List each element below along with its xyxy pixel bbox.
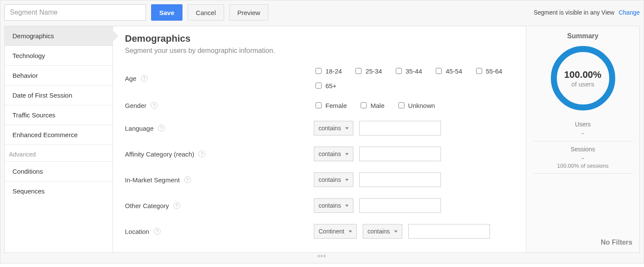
summary-sessions-value: - — [533, 154, 632, 162]
chevron-down-icon — [345, 153, 349, 155]
gender-female-checkbox[interactable]: Female — [314, 101, 347, 110]
segment-sidebar: Demographics Technology Behavior Date of… — [5, 26, 113, 252]
row-other: Other Category ? contains — [125, 198, 514, 213]
summary-users-value: - — [533, 129, 632, 137]
help-icon[interactable]: ? — [198, 150, 205, 157]
summary-ring-chart: 100.00% of users — [551, 46, 615, 110]
language-operator-dropdown[interactable]: contains — [314, 121, 353, 135]
resize-grip-icon[interactable]: ≡≡≡ — [4, 253, 640, 259]
age-25-34-checkbox[interactable]: 25-34 — [354, 67, 382, 75]
segment-toolbar: Save Cancel Preview Segment is visible i… — [4, 4, 640, 21]
row-language: Language ? contains — [125, 121, 514, 135]
chevron-down-icon — [394, 230, 398, 233]
chevron-down-icon — [349, 230, 352, 233]
demographics-panel: Demographics Segment your users by demog… — [113, 26, 526, 252]
inmarket-operator-dropdown[interactable]: contains — [314, 172, 353, 187]
summary-no-filters: No Filters — [533, 239, 632, 246]
affinity-operator-dropdown[interactable]: contains — [314, 147, 353, 161]
row-age: Age ? 18-24 25-34 35-44 45-54 55-64 65+ — [125, 67, 514, 90]
chevron-down-icon — [345, 205, 349, 207]
preview-button[interactable]: Preview — [229, 4, 268, 21]
segment-name-input[interactable] — [4, 4, 146, 21]
help-icon[interactable]: ? — [151, 102, 158, 109]
location-operator-dropdown[interactable]: contains — [363, 224, 402, 239]
gender-unknown-checkbox[interactable]: Unknown — [397, 101, 435, 110]
panel-subtitle: Segment your users by demographic inform… — [125, 47, 514, 55]
sidebar-item-first-session[interactable]: Date of First Session — [5, 86, 112, 105]
help-icon[interactable]: ? — [154, 228, 161, 235]
other-label: Other Category — [125, 202, 169, 209]
age-65plus-checkbox[interactable]: 65+ — [314, 81, 336, 90]
sidebar-item-demographics[interactable]: Demographics — [5, 26, 112, 46]
help-icon[interactable]: ? — [184, 176, 191, 183]
language-label: Language — [125, 125, 154, 132]
panel-title: Demographics — [125, 33, 514, 44]
age-45-54-checkbox[interactable]: 45-54 — [434, 67, 462, 75]
row-gender: Gender ? Female Male Unknown — [125, 101, 514, 110]
age-label: Age — [125, 75, 137, 82]
chevron-down-icon — [345, 179, 349, 181]
cancel-button[interactable]: Cancel — [188, 4, 224, 21]
summary-of-users: of users — [571, 80, 594, 88]
row-location: Location ? Continent contains — [125, 224, 514, 239]
inmarket-label: In-Market Segment — [125, 176, 180, 184]
save-button[interactable]: Save — [151, 4, 182, 21]
help-icon[interactable]: ? — [173, 202, 180, 209]
summary-panel: Summary 100.00% of users Users - Session… — [526, 26, 639, 252]
affinity-label: Affinity Category (reach) — [125, 150, 194, 158]
age-18-24-checkbox[interactable]: 18-24 — [314, 67, 342, 75]
language-value-input[interactable] — [359, 121, 441, 135]
summary-title: Summary — [533, 32, 632, 40]
location-label: Location — [125, 228, 149, 235]
gender-male-checkbox[interactable]: Male — [359, 101, 385, 110]
location-field-dropdown[interactable]: Continent — [314, 224, 357, 239]
sidebar-group-advanced: Advanced — [5, 145, 112, 162]
summary-percent: 100.00% — [564, 69, 601, 80]
help-icon[interactable]: ? — [158, 125, 165, 132]
other-value-input[interactable] — [359, 198, 441, 213]
inmarket-value-input[interactable] — [359, 172, 441, 187]
location-value-input[interactable] — [408, 224, 490, 239]
sidebar-item-enhanced-ecommerce[interactable]: Enhanced Ecommerce — [5, 125, 112, 145]
summary-users-label: Users — [533, 121, 632, 128]
sidebar-item-technology[interactable]: Technology — [5, 46, 112, 66]
age-55-64-checkbox[interactable]: 55-64 — [474, 67, 502, 75]
row-inmarket: In-Market Segment ? contains — [125, 172, 514, 187]
sidebar-item-conditions[interactable]: Conditions — [5, 162, 112, 181]
change-visibility-link[interactable]: Change — [619, 9, 640, 16]
other-operator-dropdown[interactable]: contains — [314, 198, 353, 213]
sidebar-item-sequences[interactable]: Sequences — [5, 181, 112, 201]
sidebar-item-traffic-sources[interactable]: Traffic Sources — [5, 105, 112, 125]
chevron-down-icon — [345, 127, 349, 129]
row-affinity: Affinity Category (reach) ? contains — [125, 147, 514, 161]
sidebar-item-behavior[interactable]: Behavior — [5, 66, 112, 86]
visibility-label: Segment is visible in any View — [534, 9, 614, 16]
summary-sessions-extra: 100.00% of sessions — [533, 163, 632, 169]
gender-label: Gender — [125, 102, 146, 109]
help-icon[interactable]: ? — [141, 75, 148, 82]
affinity-value-input[interactable] — [359, 147, 441, 161]
summary-sessions-label: Sessions — [533, 146, 632, 153]
age-35-44-checkbox[interactable]: 35-44 — [394, 67, 422, 75]
